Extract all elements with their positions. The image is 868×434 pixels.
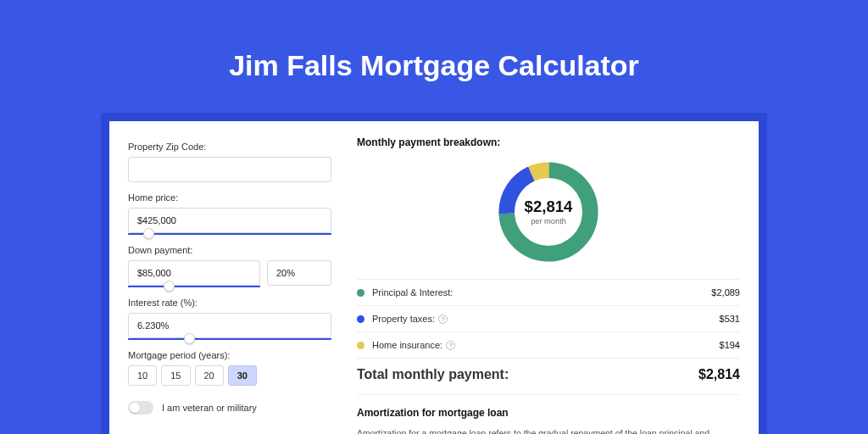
home-price-slider[interactable] bbox=[128, 233, 331, 235]
info-icon[interactable]: ? bbox=[438, 314, 448, 324]
legend-label-text: Home insurance: bbox=[372, 340, 442, 350]
down-payment-field: Down payment: bbox=[128, 245, 331, 287]
legend-value: $531 bbox=[720, 314, 740, 324]
veteran-label: I am veteran or military bbox=[162, 403, 257, 413]
legend-dot-icon bbox=[357, 289, 364, 297]
amortization-text: Amortization for a mortgage loan refers … bbox=[357, 427, 740, 434]
legend-label: Home insurance: ? bbox=[372, 340, 720, 350]
period-field: Mortgage period (years): 10 15 20 30 bbox=[128, 350, 331, 386]
veteran-toggle[interactable] bbox=[128, 401, 153, 415]
legend-value: $194 bbox=[720, 340, 740, 350]
calculator-card: Property Zip Code: Home price: Down paym… bbox=[109, 121, 759, 434]
legend-row-insurance: Home insurance: ? $194 bbox=[357, 331, 740, 358]
period-options: 10 15 20 30 bbox=[128, 365, 331, 386]
home-price-field: Home price: bbox=[128, 192, 331, 235]
legend-label-text: Property taxes: bbox=[372, 314, 435, 324]
zip-field: Property Zip Code: bbox=[128, 142, 331, 182]
veteran-row: I am veteran or military bbox=[128, 401, 331, 415]
page-title: Jim Falls Mortgage Calculator bbox=[0, 0, 868, 113]
down-payment-slider[interactable] bbox=[128, 286, 260, 287]
amortization-section: Amortization for mortgage loan Amortizat… bbox=[357, 394, 740, 434]
veteran-toggle-knob bbox=[130, 403, 140, 413]
legend-dot-icon bbox=[357, 315, 364, 323]
period-option-30[interactable]: 30 bbox=[228, 365, 257, 386]
donut-center-value: $2,814 bbox=[525, 198, 573, 215]
total-label: Total monthly payment: bbox=[357, 367, 698, 382]
period-option-10[interactable]: 10 bbox=[128, 365, 157, 386]
down-payment-input[interactable] bbox=[128, 260, 260, 286]
zip-input[interactable] bbox=[128, 157, 331, 182]
total-value: $2,814 bbox=[698, 367, 740, 382]
calculator-card-frame: Property Zip Code: Home price: Down paym… bbox=[101, 113, 767, 434]
interest-input[interactable] bbox=[128, 313, 331, 338]
donut-center-sub: per month bbox=[531, 217, 566, 225]
down-payment-label: Down payment: bbox=[128, 245, 331, 255]
breakdown-column: Monthly payment breakdown: $2,814 per mo… bbox=[357, 136, 740, 434]
legend-row-total: Total monthly payment: $2,814 bbox=[357, 358, 740, 391]
home-price-slider-thumb[interactable] bbox=[143, 228, 154, 239]
legend-row-principal: Principal & Interest: $2,089 bbox=[357, 279, 740, 305]
legend-value: $2,089 bbox=[711, 287, 740, 298]
donut-chart: $2,814 per month bbox=[357, 157, 740, 267]
interest-label: Interest rate (%): bbox=[128, 298, 331, 308]
home-price-input[interactable] bbox=[128, 208, 331, 233]
breakdown-title: Monthly payment breakdown: bbox=[357, 136, 740, 148]
period-label: Mortgage period (years): bbox=[128, 350, 331, 360]
down-payment-pct-input[interactable] bbox=[267, 260, 331, 286]
interest-field: Interest rate (%): bbox=[128, 298, 331, 340]
period-option-20[interactable]: 20 bbox=[195, 365, 224, 386]
form-column: Property Zip Code: Home price: Down paym… bbox=[128, 136, 331, 434]
legend-label: Property taxes: ? bbox=[372, 314, 720, 324]
legend-dot-icon bbox=[357, 342, 364, 349]
period-option-15[interactable]: 15 bbox=[161, 365, 190, 386]
info-icon[interactable]: ? bbox=[446, 341, 455, 350]
zip-label: Property Zip Code: bbox=[128, 142, 331, 152]
amortization-title: Amortization for mortgage loan bbox=[357, 407, 740, 419]
interest-slider-thumb[interactable] bbox=[184, 333, 195, 344]
legend-label: Principal & Interest: bbox=[372, 287, 711, 298]
legend-row-taxes: Property taxes: ? $531 bbox=[357, 305, 740, 331]
home-price-label: Home price: bbox=[128, 192, 331, 203]
interest-slider[interactable] bbox=[128, 338, 331, 340]
down-payment-slider-thumb[interactable] bbox=[164, 281, 175, 292]
